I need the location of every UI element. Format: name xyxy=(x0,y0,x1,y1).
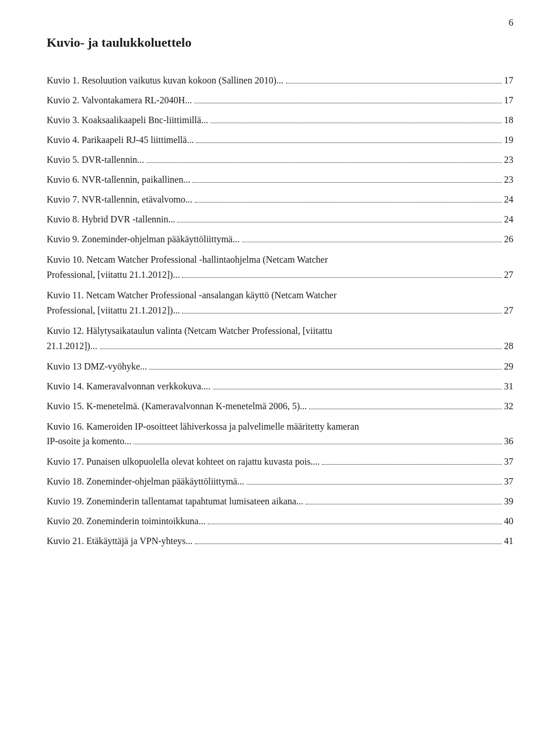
toc-label-block: Kuvio 10. Netcam Watcher Professional -h… xyxy=(47,252,513,267)
toc-page: 31 xyxy=(504,379,513,393)
toc-list: Kuvio 1. Resoluution vaikutus kuvan koko… xyxy=(47,74,513,548)
toc-label: Kuvio 7. NVR-tallennin, etävalvomo... xyxy=(47,193,192,207)
toc-last-text: Professional, [viitattu 21.1.2012])... xyxy=(47,267,180,283)
toc-item: Kuvio 11. Netcam Watcher Professional -a… xyxy=(47,288,513,318)
toc-item: Kuvio 19. Zoneminderin tallentamat tapah… xyxy=(47,494,513,508)
toc-item: Kuvio 21. Etäkäyttäjä ja VPN-yhteys...41 xyxy=(47,534,513,548)
toc-page: 24 xyxy=(504,193,513,207)
toc-label: Kuvio 3. Koaksaalikaapeli Bnc-liittimill… xyxy=(47,113,208,127)
toc-item: Kuvio 18. Zoneminder-ohjelman pääkäyttöl… xyxy=(47,475,513,489)
toc-page: 32 xyxy=(504,399,513,413)
toc-page: 39 xyxy=(504,494,513,508)
toc-item: Kuvio 6. NVR-tallennin, paikallinen...23 xyxy=(47,173,513,187)
toc-page: 26 xyxy=(504,232,513,246)
toc-page: 29 xyxy=(504,360,513,374)
toc-item: Kuvio 20. Zoneminderin toimintoikkuna...… xyxy=(47,514,513,528)
toc-item: Kuvio 15. K-menetelmä. (Kameravalvonnan … xyxy=(47,399,513,413)
toc-label: Kuvio 5. DVR-tallennin... xyxy=(47,153,144,167)
toc-page: 23 xyxy=(504,153,513,167)
toc-page: 17 xyxy=(504,74,513,88)
toc-label: Kuvio 14. Kameravalvonnan verkkokuva.... xyxy=(47,379,211,393)
toc-item: Kuvio 16. Kameroiden IP-osoitteet lähive… xyxy=(47,419,513,449)
toc-label: Kuvio 2. Valvontakamera RL-2040H... xyxy=(47,93,192,107)
toc-label: Kuvio 8. Hybrid DVR -tallennin... xyxy=(47,212,175,227)
toc-last-text: Professional, [viitattu 21.1.2012])... xyxy=(47,303,180,318)
toc-item: Kuvio 9. Zoneminder-ohjelman pääkäyttöli… xyxy=(47,232,513,246)
page-title: Kuvio- ja taulukkoluettelo xyxy=(47,35,513,50)
toc-page: 19 xyxy=(504,133,513,147)
toc-label: Kuvio 20. Zoneminderin toimintoikkuna... xyxy=(47,514,205,528)
toc-page: 17 xyxy=(504,93,513,107)
toc-item: Kuvio 13 DMZ-vyöhyke...29 xyxy=(47,360,513,374)
toc-last-text: 21.1.2012])... xyxy=(47,339,97,354)
toc-item: Kuvio 2. Valvontakamera RL-2040H...17 xyxy=(47,93,513,107)
toc-item: Kuvio 12. Hälytysaikataulun valinta (Net… xyxy=(47,323,513,353)
toc-label-block: Kuvio 16. Kameroiden IP-osoitteet lähive… xyxy=(47,419,513,434)
page-number: 6 xyxy=(509,18,513,28)
toc-label: Kuvio 18. Zoneminder-ohjelman pääkäyttöl… xyxy=(47,475,244,489)
toc-item: Kuvio 3. Koaksaalikaapeli Bnc-liittimill… xyxy=(47,113,513,127)
toc-page: 37 xyxy=(504,475,513,489)
toc-label: Kuvio 21. Etäkäyttäjä ja VPN-yhteys... xyxy=(47,534,192,548)
toc-page: 27 xyxy=(504,303,513,318)
toc-page: 41 xyxy=(504,534,513,548)
toc-page: 24 xyxy=(504,212,513,227)
toc-last-text: IP-osoite ja komento... xyxy=(47,434,131,449)
toc-label: Kuvio 6. NVR-tallennin, paikallinen... xyxy=(47,173,190,187)
toc-item: Kuvio 7. NVR-tallennin, etävalvomo...24 xyxy=(47,193,513,207)
toc-page: 36 xyxy=(504,434,513,449)
toc-page: 27 xyxy=(504,267,513,283)
toc-item: Kuvio 17. Punaisen ulkopuolella olevat k… xyxy=(47,455,513,469)
toc-label-block: Kuvio 11. Netcam Watcher Professional -a… xyxy=(47,288,513,303)
toc-item: Kuvio 14. Kameravalvonnan verkkokuva....… xyxy=(47,379,513,393)
toc-page: 28 xyxy=(504,339,513,354)
toc-label: Kuvio 4. Parikaapeli RJ-45 liittimellä..… xyxy=(47,133,194,147)
toc-item: Kuvio 4. Parikaapeli RJ-45 liittimellä..… xyxy=(47,133,513,147)
toc-page: 18 xyxy=(504,113,513,127)
toc-page: 40 xyxy=(504,514,513,528)
toc-label: Kuvio 15. K-menetelmä. (Kameravalvonnan … xyxy=(47,399,307,413)
toc-page: 23 xyxy=(504,173,513,187)
toc-label: Kuvio 1. Resoluution vaikutus kuvan koko… xyxy=(47,74,284,88)
toc-page: 37 xyxy=(504,455,513,469)
toc-item: Kuvio 8. Hybrid DVR -tallennin...24 xyxy=(47,212,513,227)
toc-label: Kuvio 19. Zoneminderin tallentamat tapah… xyxy=(47,494,303,508)
toc-item: Kuvio 1. Resoluution vaikutus kuvan koko… xyxy=(47,74,513,88)
toc-item: Kuvio 5. DVR-tallennin...23 xyxy=(47,153,513,167)
toc-label-block: Kuvio 12. Hälytysaikataulun valinta (Net… xyxy=(47,323,513,339)
toc-label: Kuvio 13 DMZ-vyöhyke... xyxy=(47,360,147,374)
toc-label: Kuvio 9. Zoneminder-ohjelman pääkäyttöli… xyxy=(47,232,240,246)
toc-label: Kuvio 17. Punaisen ulkopuolella olevat k… xyxy=(47,455,320,469)
toc-item: Kuvio 10. Netcam Watcher Professional -h… xyxy=(47,252,513,282)
